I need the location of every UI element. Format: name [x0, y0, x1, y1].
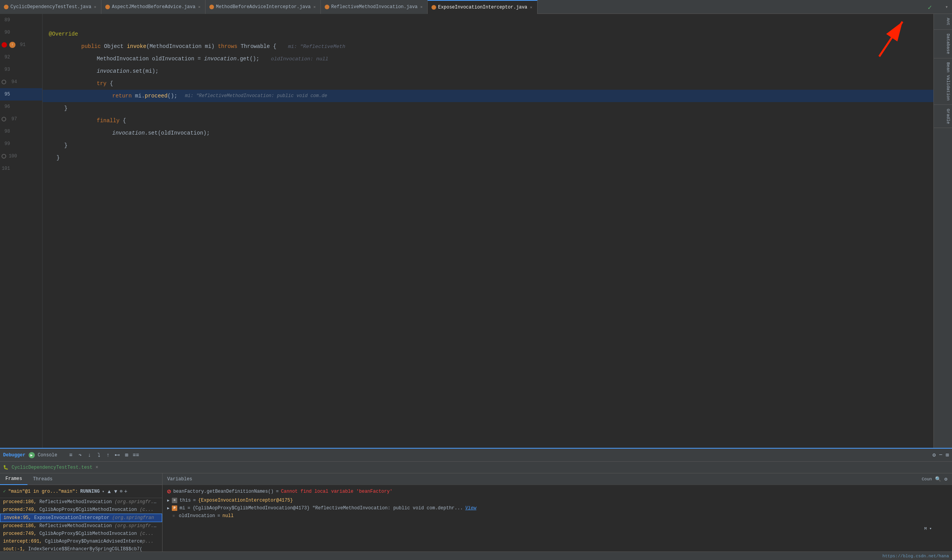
code-97-brace: {: [123, 118, 126, 124]
line-num-98: 98: [2, 129, 12, 134]
force-step-into-btn[interactable]: ⤵: [94, 451, 103, 459]
gutter-row-89: 89: [0, 14, 42, 26]
method-proceed-95: proceed: [145, 93, 168, 99]
variables-search-icon[interactable]: 🔍: [935, 476, 941, 482]
debug-layout-icon[interactable]: ⊞: [946, 452, 949, 458]
kw-throws-91: throws: [218, 43, 241, 50]
variables-settings-icon[interactable]: ⚙: [944, 476, 947, 482]
tab-close-cyclic[interactable]: ✕: [93, 4, 97, 10]
frame-method-6: sout:-1,: [3, 546, 28, 552]
ant-panel[interactable]: Ant: [934, 14, 952, 30]
session-close-btn[interactable]: ×: [96, 465, 98, 470]
show-execution-point-btn[interactable]: ≡: [67, 451, 75, 459]
evaluate-expression-btn[interactable]: ⊞: [122, 451, 131, 459]
frame-method-0: proceed:186,: [3, 499, 39, 505]
debug-toolbar-right: ⚙ − ⊞: [933, 452, 949, 459]
tab-cyclic-dependency[interactable]: CyclicDependencyTestTest.java ✕: [0, 0, 101, 14]
gutter-row-90: 90: [0, 26, 42, 39]
fold-icon-94[interactable]: [2, 80, 6, 84]
method-invoke-91: invoke: [127, 43, 146, 50]
var-item-mi[interactable]: ▶ P mi = {CglibAopProxy$CglibMethodInvoc…: [166, 504, 949, 512]
var-name-this: this: [180, 498, 191, 503]
tab-overflow-button[interactable]: ▾: [941, 4, 952, 10]
var-link-mi[interactable]: View: [465, 505, 476, 511]
code-91-mi: mi): [205, 43, 218, 50]
frame-pkg-4: (c...: [140, 531, 154, 536]
tab-close-reflective[interactable]: ✕: [419, 4, 423, 10]
var-expand-icon-mi[interactable]: ▶: [167, 506, 170, 510]
line-num-93: 93: [2, 67, 12, 72]
tab-expose[interactable]: ExposeInvocationInterceptor.java ✕: [428, 0, 537, 14]
gutter-row-100: 100: [0, 150, 42, 162]
code-92-get: .get();: [236, 56, 259, 62]
tab-threads[interactable]: Threads: [27, 473, 58, 485]
frame-class-3: ReflectiveMethodInvocation: [39, 523, 115, 529]
var-value-mi: {CglibAopProxy$CglibMethodInvocation@417…: [193, 505, 463, 511]
debug-session-row: 🐛 CyclicDependencyTestTest.test ×: [0, 462, 952, 473]
run-to-cursor-btn[interactable]: ⊷: [113, 451, 122, 459]
line-num-101: 101: [2, 166, 12, 171]
gradle-panel[interactable]: Gradle: [934, 105, 952, 128]
annotation-override: @Override: [49, 31, 78, 37]
tab-reflective[interactable]: ReflectiveMethodInvocation.java ✕: [321, 0, 428, 14]
frame-method-3: proceed:186,: [3, 523, 39, 529]
var-eq-mi: =: [187, 505, 190, 511]
code-line-101: [43, 164, 933, 176]
code-line-95: return mi.proceed(); mi: "ReflectiveMeth…: [43, 90, 933, 102]
tab-frames[interactable]: Frames: [0, 473, 27, 485]
var-p-icon-mi: P: [172, 505, 177, 511]
bean-validation-panel[interactable]: Bean Validation: [934, 58, 952, 105]
debug-minimize-icon[interactable]: −: [939, 452, 943, 459]
var-item-beanfactory[interactable]: ⊘ beanFactory.getBeanDefinitionNames() =…: [166, 487, 949, 497]
line-num-90: 90: [2, 30, 12, 35]
frame-item-3[interactable]: proceed:186, ReflectiveMethodInvocation …: [0, 522, 162, 530]
frame-class-1: CglibAopProxy$CglibMethodInvocation: [39, 507, 140, 512]
tab-icon-expose: [431, 5, 436, 10]
frame-pkg-2: (org.springfran: [112, 515, 154, 521]
step-into-btn[interactable]: ↓: [85, 451, 94, 459]
frame-class-2: ExposeInvocationInterceptor: [34, 515, 112, 521]
gutter-row-101: 101: [0, 162, 42, 175]
step-down-btn[interactable]: ▼: [113, 488, 118, 495]
console-label[interactable]: Console: [38, 452, 57, 458]
add-icon[interactable]: +: [124, 488, 127, 495]
var-item-this[interactable]: ▶ ≡ this = {ExposeInvocationInterceptor@…: [166, 497, 949, 504]
filter-icon[interactable]: ⊜: [120, 488, 122, 495]
gutter-row-94: 94: [0, 76, 42, 88]
kw-finally-97: finally: [97, 118, 123, 124]
thread-dropdown-arrow[interactable]: ▾: [102, 489, 104, 494]
frame-method-1: proceed:749,: [3, 507, 39, 512]
kw-return-95: return: [112, 93, 135, 99]
layout-toggle[interactable]: M ▾: [924, 526, 932, 531]
step-out-btn[interactable]: ↑: [104, 451, 112, 459]
session-name[interactable]: CyclicDependencyTestTest.test: [12, 465, 92, 470]
frame-item-5[interactable]: intercept:691, CglibAopProxy$DynamicAdvi…: [0, 538, 162, 545]
code-line-96: }: [43, 102, 933, 114]
tab-methodbefore[interactable]: MethodBeforeAdviceInterceptor.java ✕: [205, 0, 321, 14]
debug-arrow-91: ↑: [9, 42, 15, 48]
debug-label[interactable]: Debugger: [3, 452, 26, 458]
italic-invocation-98: invocation: [112, 130, 145, 136]
var-error-icon-beanfactory: ⊘: [167, 488, 171, 495]
breakpoint-icon-91[interactable]: [2, 42, 7, 48]
frame-item-4[interactable]: proceed:749, CglibAopProxy$CglibMethodIn…: [0, 530, 162, 538]
frame-item-2[interactable]: invoke:95, ExposeInvocationInterceptor (…: [0, 514, 162, 522]
frame-item-1[interactable]: proceed:749, CglibAopProxy$CglibMethodIn…: [0, 506, 162, 514]
frame-item-0[interactable]: proceed:186, ReflectiveMethodInvocation …: [0, 498, 162, 506]
var-item-oldinvocation[interactable]: ≡ oldInvocation = null: [166, 512, 949, 520]
var-expand-icon-this[interactable]: ▶: [167, 498, 170, 503]
trace-current-stream-btn[interactable]: ≡≡: [132, 451, 140, 459]
tab-aspectj[interactable]: AspectJMethodBeforeAdvice.java ✕: [101, 0, 205, 14]
tab-close-expose[interactable]: ✕: [529, 4, 533, 10]
line-num-92: 92: [2, 55, 12, 60]
thread-nav-buttons: ▲ ▼ ⊜ +: [107, 488, 127, 495]
var-box-icon-this: ≡: [172, 498, 177, 503]
step-up-btn[interactable]: ▲: [107, 488, 112, 495]
database-panel[interactable]: Database: [934, 30, 952, 58]
debug-settings-icon[interactable]: ⚙: [933, 452, 936, 458]
fold-icon-97[interactable]: [2, 117, 6, 121]
fold-icon-100[interactable]: [2, 154, 6, 159]
step-over-btn[interactable]: ↷: [76, 451, 84, 459]
tab-close-aspectj[interactable]: ✕: [197, 4, 201, 10]
tab-close-methodbefore[interactable]: ✕: [313, 4, 317, 10]
